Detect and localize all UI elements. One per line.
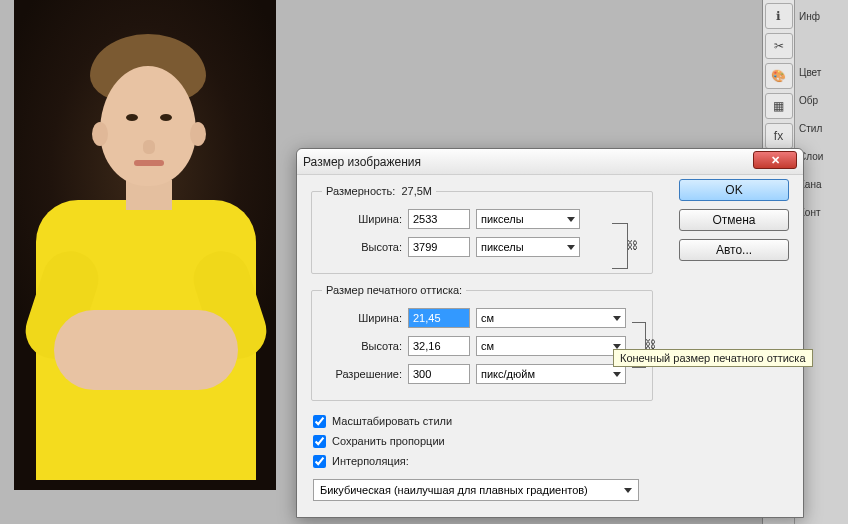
auto-button[interactable]: Авто... (679, 239, 789, 261)
constrain-proportions-check[interactable]: Сохранить пропорции (313, 431, 789, 451)
chevron-down-icon (613, 316, 621, 321)
print-height-input[interactable] (408, 336, 470, 356)
px-height-input[interactable] (408, 237, 470, 257)
dialog-titlebar[interactable]: Размер изображения ✕ (297, 149, 803, 175)
memory-size: 27,5M (401, 185, 432, 197)
dialog-button-column: OK Отмена Авто... (679, 179, 789, 261)
chevron-down-icon (613, 372, 621, 377)
panel-label[interactable]: Инф (795, 2, 848, 30)
pixel-dimensions-legend: Размерность: 27,5M (322, 185, 436, 197)
print-dimensions-group: Размер печатного оттиска: Ширина: см Выс… (311, 284, 653, 401)
px-height-unit-select[interactable]: пикселы (476, 237, 580, 257)
photo-head (100, 66, 196, 186)
px-width-label: Ширина: (322, 213, 402, 225)
options-checks: Масштабировать стили Сохранить пропорции… (313, 411, 789, 471)
photo-mouth (134, 160, 164, 166)
chevron-down-icon (567, 245, 575, 250)
resample-checkbox[interactable] (313, 455, 326, 468)
chevron-down-icon (567, 217, 575, 222)
panel-label[interactable]: Цвет (795, 58, 848, 86)
link-icon[interactable]: ⛓ (627, 239, 638, 251)
dialog-body: OK Отмена Авто... Размерность: 27,5M Шир… (297, 175, 803, 517)
resample-check[interactable]: Интерполяция: (313, 451, 789, 471)
panel-tools-icon[interactable]: ✂ (765, 33, 793, 59)
px-width-unit-select[interactable]: пикселы (476, 209, 580, 229)
print-height-unit-select[interactable]: см (476, 336, 626, 356)
resolution-label: Разрешение: (322, 368, 402, 380)
photo-eye (126, 114, 138, 121)
photo-eye (160, 114, 172, 121)
scale-styles-check[interactable]: Масштабировать стили (313, 411, 789, 431)
cancel-button[interactable]: Отмена (679, 209, 789, 231)
interpolation-select[interactable]: Бикубическая (наилучшая для плавных град… (313, 479, 639, 501)
photo-ear (190, 122, 206, 146)
photo-nose (143, 140, 155, 154)
ok-button[interactable]: OK (679, 179, 789, 201)
dialog-title: Размер изображения (303, 155, 421, 169)
chevron-down-icon (613, 344, 621, 349)
panel-styles-icon[interactable]: fx (765, 123, 793, 149)
image-size-dialog: Размер изображения ✕ OK Отмена Авто... Р… (296, 148, 804, 518)
constrain-bracket (612, 223, 628, 269)
px-width-input[interactable] (408, 209, 470, 229)
pixel-dimensions-group: Размерность: 27,5M Ширина: пикселы Высот… (311, 185, 653, 274)
print-width-label: Ширина: (322, 312, 402, 324)
close-button[interactable]: ✕ (753, 151, 797, 169)
panel-label[interactable]: Обр (795, 86, 848, 114)
resolution-input[interactable] (408, 364, 470, 384)
panel-info-icon[interactable]: ℹ (765, 3, 793, 29)
panel-label[interactable]: Стил (795, 114, 848, 142)
print-width-unit-select[interactable]: см (476, 308, 626, 328)
photo-ear (92, 122, 108, 146)
constrain-proportions-checkbox[interactable] (313, 435, 326, 448)
panel-swatches-icon[interactable]: ▦ (765, 93, 793, 119)
scale-styles-checkbox[interactable] (313, 415, 326, 428)
document-canvas[interactable] (14, 0, 276, 490)
panel-color-icon[interactable]: 🎨 (765, 63, 793, 89)
tooltip: Конечный размер печатного оттиска (613, 349, 813, 367)
panel-label[interactable] (795, 30, 848, 58)
px-height-label: Высота: (322, 241, 402, 253)
print-width-input[interactable] (408, 308, 470, 328)
print-height-label: Высота: (322, 340, 402, 352)
print-dimensions-legend: Размер печатного оттиска: (322, 284, 466, 296)
photo-arms (54, 310, 238, 390)
chevron-down-icon (624, 488, 632, 493)
resolution-unit-select[interactable]: пикс/дюйм (476, 364, 626, 384)
